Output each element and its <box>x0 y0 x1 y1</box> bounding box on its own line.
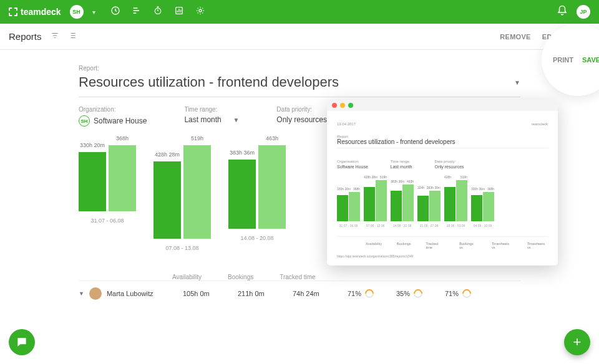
person-avatar <box>89 287 102 300</box>
th-bookings: Bookings <box>228 274 253 280</box>
chat-button[interactable] <box>9 329 35 355</box>
donut-icon <box>460 287 473 300</box>
settings-icon[interactable] <box>195 6 205 18</box>
cell-availability: 105h 0m <box>183 290 238 297</box>
org-badge-icon: SH <box>79 115 90 127</box>
bell-icon[interactable] <box>557 5 568 19</box>
table-headers: Availability Bookings Tracked time <box>79 274 520 280</box>
brand-name: teamdeck <box>21 7 61 17</box>
pv-priority-label: Data priority: <box>434 160 464 163</box>
th-tracked: Tracked time <box>280 274 315 280</box>
cell-p3: 71% <box>445 290 459 297</box>
person-name: Marta Lubowitz <box>107 290 153 297</box>
chart-icon[interactable] <box>174 6 184 18</box>
table-row[interactable]: ▼ Marta Lubowitz 105h 0m 211h 0m 74h 24m… <box>79 280 520 306</box>
filter-data-priority[interactable]: Data priority: Only resources <box>276 106 327 127</box>
pv-date: 13.04.2017 <box>337 122 356 126</box>
pv-org-label: Organisation: <box>337 160 368 163</box>
donut-icon <box>412 287 424 300</box>
subbar: Reports REMOVE EDIT REPORT <box>0 24 599 50</box>
priority-label: Data priority: <box>276 106 327 113</box>
add-fab[interactable]: + <box>564 329 590 355</box>
priority-value: Only resources <box>276 115 327 124</box>
org-chevron-icon[interactable]: ▾ <box>92 9 95 16</box>
max-dot[interactable] <box>348 103 353 108</box>
svg-point-3 <box>199 9 202 12</box>
report-label: Report: <box>79 65 520 72</box>
chevron-down-icon: ▼ <box>514 79 520 86</box>
pv-org-value: Software House <box>337 165 368 169</box>
org-label: Organization: <box>79 106 147 113</box>
filter-time-range[interactable]: Time range: Last month ▼ <box>184 106 239 127</box>
pv-url: https://app.teamdeck.io/organizations/38… <box>337 254 548 258</box>
gantt-icon[interactable] <box>132 6 142 18</box>
time-label: Time range: <box>184 106 239 113</box>
save-button[interactable]: SAVE <box>582 56 599 64</box>
org-avatar[interactable]: SH <box>70 5 84 19</box>
logo-icon <box>9 7 17 16</box>
cell-p1: 71% <box>348 290 361 297</box>
org-value: Software House <box>94 117 147 125</box>
page-title: Reports <box>9 31 42 42</box>
nav-icons <box>110 6 205 18</box>
remove-button[interactable]: REMOVE <box>500 33 530 41</box>
print-preview-window: 13.04.2017teamdeck Report Resources util… <box>327 100 558 266</box>
close-dot[interactable] <box>332 103 337 108</box>
filter-icon[interactable] <box>51 31 59 42</box>
pv-bar-chart: 330h 20m368h31.07 - 06.08428h 28m519h07.… <box>337 180 548 228</box>
pv-table-headers: AvailabilityBookingsTracked timeBookings… <box>337 236 548 249</box>
topbar: teamdeck SH ▾ JP <box>0 0 599 24</box>
brand-logo[interactable]: teamdeck <box>9 7 61 17</box>
dashboard-icon[interactable] <box>110 6 120 18</box>
report-title: Resources utilization - frontend develop… <box>79 74 339 90</box>
pv-brand: teamdeck <box>532 122 548 126</box>
report-title-row[interactable]: Resources utilization - frontend develop… <box>79 74 520 97</box>
print-button[interactable]: PRINT <box>553 56 573 64</box>
time-value: Last month <box>184 115 221 124</box>
th-availability: Availability <box>172 274 202 280</box>
user-avatar[interactable]: JP <box>577 5 590 19</box>
min-dot[interactable] <box>340 103 345 108</box>
filter-organization[interactable]: Organization: SHSoftware House <box>79 106 147 127</box>
timer-icon[interactable] <box>153 6 163 18</box>
pv-time-label: Time range: <box>391 160 412 163</box>
pv-time-value: Last month <box>391 165 412 169</box>
list-icon[interactable] <box>68 31 77 42</box>
cell-p2: 35% <box>396 290 410 297</box>
expand-icon[interactable]: ▼ <box>79 290 84 297</box>
pv-priority-value: Only resources <box>434 165 464 169</box>
window-controls <box>327 100 558 111</box>
donut-icon <box>363 287 376 300</box>
pv-title: Resources utilization - frontend develop… <box>337 138 548 148</box>
cell-tracked: 74h 24m <box>293 290 348 297</box>
cell-bookings: 211h 0m <box>238 290 293 297</box>
chevron-down-icon: ▼ <box>233 117 239 123</box>
